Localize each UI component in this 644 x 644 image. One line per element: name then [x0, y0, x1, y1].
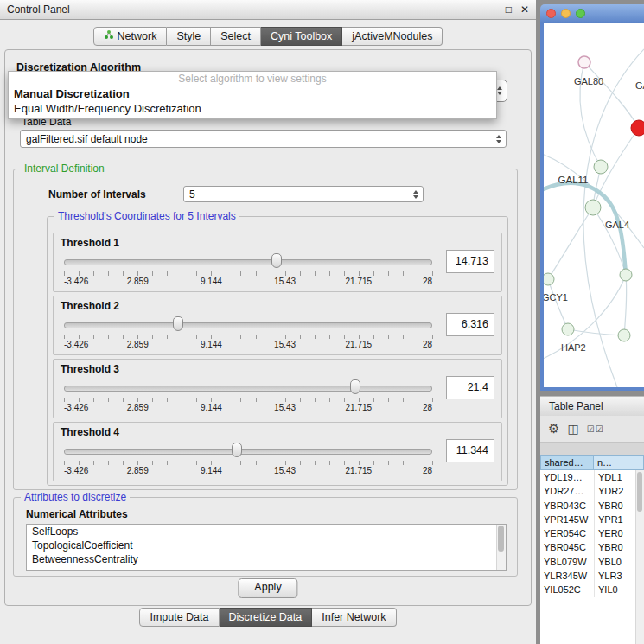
bottom-tabs: Impute Data Discretize Data Infer Networ…	[0, 608, 536, 627]
float-window-icon[interactable]: □	[506, 0, 512, 19]
minimize-traffic-light-icon[interactable]	[561, 9, 571, 18]
slider-track[interactable]	[64, 449, 432, 455]
tick-label: 9.144	[201, 340, 222, 349]
slider-thumb[interactable]	[173, 316, 183, 331]
tab-infer-network[interactable]: Infer Network	[312, 608, 396, 627]
tick-label: 15.43	[274, 466, 296, 475]
threshold-4-slider[interactable]	[64, 442, 432, 459]
network-node-gcy1[interactable]	[544, 273, 554, 285]
tick-label: 2.859	[127, 403, 149, 412]
tab-network-label: Network	[118, 28, 157, 45]
threshold-1-slider[interactable]	[64, 252, 432, 270]
tick-label: 9.144	[201, 403, 222, 412]
threshold-4-value-field[interactable]: 11.344	[446, 439, 494, 462]
tab-style[interactable]: Style	[167, 27, 211, 46]
close-traffic-light-icon[interactable]	[546, 9, 556, 18]
zoom-traffic-light-icon[interactable]	[576, 9, 585, 18]
slider-ruler	[64, 271, 433, 276]
table-cell[interactable]: YBR045C	[540, 540, 594, 554]
threshold-1-value-field[interactable]: 14.713	[446, 250, 494, 273]
slider-tick-labels: -3.426 2.859 9.144 15.43 21.715 28	[64, 466, 432, 476]
slider-thumb[interactable]	[271, 253, 282, 268]
popup-item-equal-width-frequency[interactable]: Equal Width/Frequency Discretization	[9, 101, 496, 116]
table-row[interactable]: YER054CYER0	[540, 526, 644, 540]
popup-item-manual-discretization[interactable]: Manual Discretization	[9, 86, 496, 101]
table-row[interactable]: YDL19…YDL1	[540, 470, 644, 484]
node-label-partial: GA	[635, 80, 644, 91]
slider-ruler	[64, 398, 433, 402]
columns-icon[interactable]: ◫	[567, 422, 578, 436]
select-columns-icon[interactable]: ☑☑	[587, 424, 604, 434]
table-row[interactable]: YBR045CYBR0	[540, 540, 644, 554]
network-node[interactable]	[620, 269, 632, 281]
slider-thumb[interactable]	[232, 443, 242, 457]
table-cell[interactable]: YBL079W	[540, 555, 594, 569]
table-header-name[interactable]: n…	[594, 455, 644, 470]
slider-tick-labels: -3.426 2.859 9.144 15.43 21.715 28	[64, 340, 432, 350]
number-of-intervals-value: 5	[189, 187, 195, 201]
list-scrollbar[interactable]	[496, 525, 506, 570]
table-cell[interactable]: YER054C	[540, 526, 594, 540]
slider-track[interactable]	[64, 322, 432, 328]
tab-cyni-toolbox[interactable]: Cyni Toolbox	[261, 27, 342, 46]
tab-network[interactable]: Network	[93, 27, 168, 46]
table-cell[interactable]: YLR345W	[540, 569, 594, 583]
table-cell[interactable]: YBR043C	[540, 499, 594, 513]
table-row[interactable]: YDR27…YDR2	[540, 484, 644, 498]
network-canvas[interactable]: GAL80 GA GAL11 GAL4 GCY1 HAP2	[540, 23, 644, 391]
table-row[interactable]: YBL079WYBL0	[540, 555, 644, 569]
list-item[interactable]: TopologicalCoefficient	[27, 539, 506, 552]
tick-label: 21.715	[346, 340, 373, 349]
network-node-selected-red[interactable]	[631, 120, 644, 136]
network-node[interactable]	[618, 329, 630, 341]
network-node-gal80[interactable]	[578, 56, 590, 68]
tick-label: 9.144	[201, 466, 222, 475]
interval-definition-group: Interval Definition Number of Intervals …	[13, 169, 518, 490]
table-row[interactable]: YBR043CYBR0	[540, 499, 644, 513]
slider-ruler	[64, 335, 433, 339]
tab-impute-data[interactable]: Impute Data	[139, 608, 219, 627]
combo-arrows-icon	[496, 135, 501, 143]
threshold-1-label: Threshold 1	[61, 237, 119, 249]
stepper-arrows-icon	[413, 190, 418, 199]
table-header-shared-name[interactable]: shared…	[540, 455, 594, 470]
list-item[interactable]: BetweennessCentrality	[27, 552, 506, 566]
gear-icon[interactable]: ⚙	[548, 421, 559, 437]
node-label-gcy1: GCY1	[544, 292, 568, 303]
tab-jactivemnodules[interactable]: jActiveMNodules	[342, 27, 443, 46]
table-row[interactable]: YLR345WYLR3	[540, 569, 644, 583]
combo-arrows-icon	[497, 86, 502, 95]
network-node-hap2[interactable]	[562, 323, 574, 335]
network-node-gal11[interactable]	[594, 160, 608, 174]
slider-track[interactable]	[64, 386, 432, 392]
close-window-icon[interactable]: ✕	[520, 0, 529, 19]
control-panel-titlebar: Control Panel □ ✕	[0, 0, 536, 20]
threshold-3-value-field[interactable]: 21.4	[446, 376, 494, 399]
table-row[interactable]: YIL052CYIL0	[540, 583, 644, 596]
node-label-gal80: GAL80	[574, 76, 603, 86]
tick-label: 28	[423, 340, 432, 349]
attributes-list: SelfLoops TopologicalCoefficient Between…	[26, 524, 507, 571]
threshold-2-slider[interactable]	[64, 316, 432, 333]
tick-label: -3.426	[64, 340, 88, 349]
table-data-combobox[interactable]: galFiltered.sif default node	[20, 130, 507, 148]
tab-select[interactable]: Select	[211, 27, 261, 46]
slider-tick-labels: -3.426 2.859 9.144 15.43 21.715 28	[64, 403, 432, 413]
table-cell[interactable]: YPR145W	[540, 513, 594, 526]
network-window-titlebar[interactable]	[540, 4, 644, 24]
table-scrollbar[interactable]	[635, 470, 644, 644]
number-of-intervals-combobox[interactable]: 5	[183, 186, 424, 202]
table-cell[interactable]: YDR27…	[540, 484, 594, 498]
slider-thumb[interactable]	[350, 379, 360, 394]
network-node-gal4[interactable]	[585, 200, 601, 215]
threshold-3-slider[interactable]	[64, 379, 432, 396]
table-cell[interactable]: YIL052C	[540, 583, 594, 596]
table-row[interactable]: YPR145WYPR1	[540, 513, 644, 526]
tab-discretize-data[interactable]: Discretize Data	[220, 608, 313, 627]
table-cell[interactable]: YDL19…	[540, 470, 594, 484]
threshold-2-value-field[interactable]: 6.316	[446, 313, 494, 336]
apply-button[interactable]: Apply	[238, 578, 297, 598]
list-item[interactable]: SelfLoops	[27, 525, 506, 539]
slider-track[interactable]	[64, 259, 432, 265]
tick-label: 28	[423, 466, 432, 475]
